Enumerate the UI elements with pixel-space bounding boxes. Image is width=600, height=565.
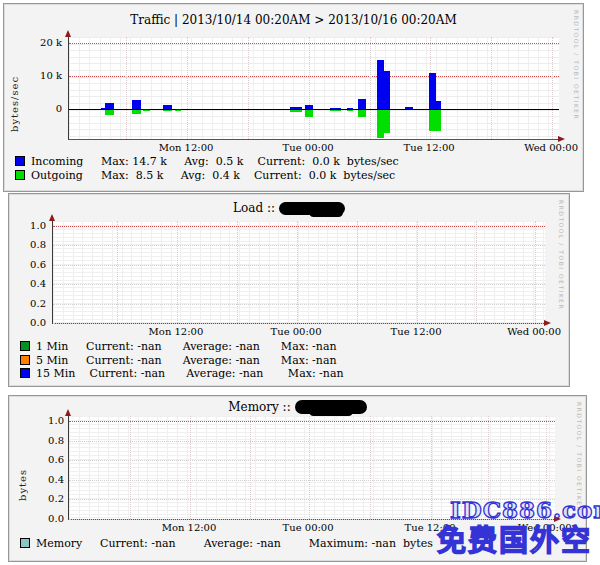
major-gridline-vertical — [370, 416, 371, 519]
y-tick-label: 1.0 — [9, 220, 46, 231]
y-tick-label: 0.4 — [9, 474, 64, 485]
y-tick-label: 0.2 — [9, 298, 46, 309]
major-gridline-vertical — [552, 37, 553, 139]
major-gridline-vertical — [417, 221, 418, 323]
incoming-bar — [358, 99, 366, 109]
x-tick-label: Wed 00:00 — [524, 142, 578, 153]
outgoing-bar — [305, 110, 313, 117]
memory-title: Memory :: — [9, 400, 586, 414]
site-watermark-caption: 免费国外空间 — [437, 517, 600, 565]
x-tick-label: Mon 12:00 — [149, 326, 204, 337]
y-tick-label: 0.0 — [9, 513, 64, 524]
legend-color-swatch — [20, 341, 30, 351]
outgoing-bar — [175, 110, 181, 111]
major-gridline — [69, 421, 555, 422]
load-legend: 1 MinCurrent: -nan Average: -nan Max: -n… — [20, 340, 344, 381]
legend-color-swatch — [20, 355, 30, 365]
y-tick-label: 10 k — [4, 70, 62, 81]
traffic-y-axis-label: bytes/sec — [9, 52, 20, 132]
y-axis-arrow-icon — [49, 214, 55, 221]
major-gridline — [53, 265, 545, 266]
legend-series-name: 5 Min — [36, 354, 86, 368]
major-gridline — [53, 245, 545, 246]
legend-row: IncomingMax: 14.7 k Avg: 0.5 k Current: … — [15, 155, 399, 169]
outgoing-bar — [377, 110, 384, 138]
x-tick-label: Tue 12:00 — [391, 326, 442, 337]
major-gridline — [69, 43, 559, 44]
legend-stats-text: Current: -nan Average: -nan Max: -nan — [86, 367, 344, 380]
y-tick-label: 0.8 — [9, 435, 64, 446]
traffic-title-text: Traffic | 2013/10/14 00:20AM > 2013/10/1… — [130, 13, 456, 27]
major-gridline-vertical — [130, 416, 131, 519]
y-tick-label: 0.0 — [9, 317, 46, 328]
outgoing-bar — [132, 110, 141, 114]
x-tick-label: Tue 00:00 — [271, 326, 322, 337]
legend-series-name: 15 Min — [36, 367, 86, 381]
outgoing-bar — [384, 110, 390, 133]
major-gridline-vertical — [370, 37, 371, 139]
incoming-bar — [347, 108, 353, 109]
major-gridline-vertical — [431, 416, 432, 519]
legend-stats-text: Current: -nan Average: -nan Max: -nan — [86, 354, 337, 367]
major-gridline-vertical — [187, 37, 188, 139]
outgoing-bar — [290, 110, 302, 112]
legend-row: MemoryCurrent: -nan Average: -nan Maximu… — [20, 537, 433, 551]
incoming-bar — [330, 108, 341, 109]
rrdtool-watermark-text: RRDTOOL / TOBI OETIKER — [558, 200, 565, 310]
outgoing-bar — [163, 110, 172, 111]
y-tick-label: 0.6 — [9, 454, 64, 465]
major-gridline-vertical — [535, 221, 536, 323]
rrdtool-graphs-page: { "rrd_watermark": "RRDTOOL / TOBI OETIK… — [0, 0, 600, 565]
y-tick-label: 20 k — [4, 37, 62, 48]
major-gridline — [53, 226, 545, 227]
legend-stats-text: Current: -nan Average: -nan Max: -nan — [86, 340, 337, 353]
legend-series-name: 1 Min — [36, 340, 86, 354]
legend-series-name: Incoming — [31, 155, 101, 169]
major-gridline-vertical — [250, 416, 251, 519]
major-gridline-vertical — [491, 37, 492, 139]
legend-stats-text: Current: -nan Average: -nan Maximum: -na… — [100, 537, 433, 550]
y-tick-label: 0.2 — [9, 493, 64, 504]
legend-row: 5 MinCurrent: -nan Average: -nan Max: -n… — [20, 354, 344, 368]
x-tick-label: Tue 12:00 — [404, 142, 455, 153]
incoming-bar — [436, 101, 441, 109]
memory-y-axis-label: bytes — [17, 441, 28, 501]
major-gridline-vertical — [117, 221, 118, 323]
legend-row: 15 Min Current: -nan Average: -nan Max: … — [20, 367, 344, 381]
legend-row: 1 MinCurrent: -nan Average: -nan Max: -n… — [20, 340, 344, 354]
redaction-mark — [309, 407, 353, 416]
major-gridline-vertical — [248, 37, 249, 139]
incoming-bar — [163, 105, 172, 109]
major-gridline-vertical — [309, 37, 310, 139]
legend-color-swatch — [20, 538, 30, 548]
major-gridline — [69, 441, 555, 442]
legend-series-name: Memory — [36, 537, 100, 551]
traffic-legend: IncomingMax: 14.7 k Avg: 0.5 k Current: … — [15, 155, 399, 182]
major-gridline-vertical — [476, 221, 477, 323]
traffic-graph-panel: Traffic | 2013/10/14 00:20AM > 2013/10/1… — [3, 3, 584, 192]
incoming-bar — [132, 100, 141, 109]
traffic-plot-area — [68, 37, 559, 140]
incoming-bar — [405, 107, 413, 109]
outgoing-bar — [143, 110, 150, 111]
y-tick-label: 0 — [4, 103, 62, 114]
traffic-minor-grid — [69, 37, 559, 139]
major-gridline — [53, 304, 545, 305]
major-gridline-vertical — [190, 416, 191, 519]
major-gridline-vertical — [357, 221, 358, 323]
y-tick-label: 0.4 — [9, 278, 46, 289]
legend-color-swatch — [15, 156, 25, 166]
major-gridline-vertical — [297, 221, 298, 323]
traffic-title: Traffic | 2013/10/14 00:20AM > 2013/10/1… — [4, 13, 583, 27]
legend-stats-text: Max: 14.7 k Avg: 0.5 k Current: 0.0 k by… — [101, 155, 399, 168]
load-title: Load :: — [9, 201, 569, 215]
major-gridline — [53, 284, 545, 285]
outgoing-bar — [105, 110, 114, 115]
legend-row: OutgoingMax: 8.5 k Avg: 0.4 k Current: 0… — [15, 169, 399, 183]
major-gridline — [69, 480, 555, 481]
legend-color-swatch — [20, 368, 30, 378]
legend-series-name: Outgoing — [31, 169, 101, 183]
major-gridline-vertical — [237, 221, 238, 323]
major-gridline — [69, 76, 559, 77]
redaction-mark — [309, 208, 343, 217]
